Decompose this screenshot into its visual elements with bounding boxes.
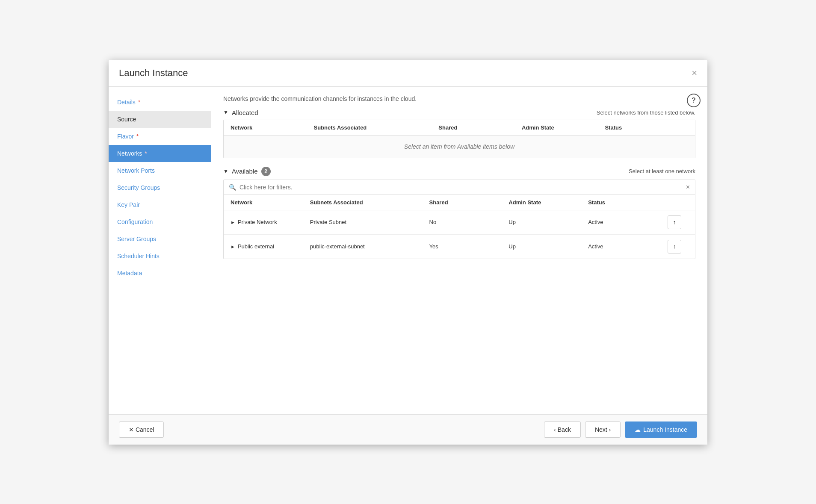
available-col-status: Status: [588, 199, 668, 206]
allocated-title[interactable]: ▼ Allocated: [223, 109, 258, 116]
available-col-subnets: Subnets Associated: [310, 199, 429, 206]
footer-left: ✕ Cancel: [119, 421, 164, 438]
row-expand-chevron-2[interactable]: ►: [231, 244, 235, 249]
sidebar-item-flavor[interactable]: Flavor *: [109, 128, 211, 145]
available-title[interactable]: ▼ Available 2: [223, 167, 271, 176]
available-col-admin-state: Admin State: [509, 199, 588, 206]
table-row: ► Public external public-external-subnet…: [224, 235, 695, 259]
sidebar-item-key-pair[interactable]: Key Pair: [109, 196, 211, 213]
row-shared-1: No: [429, 219, 509, 225]
help-icon[interactable]: ?: [687, 94, 701, 107]
allocated-col-admin-state: Admin State: [522, 124, 605, 131]
back-button[interactable]: ‹ Back: [544, 421, 581, 438]
allocated-table-header: Network Subnets Associated Shared Admin …: [224, 120, 695, 136]
row-admin-state-1: Up: [509, 219, 588, 225]
available-col-shared: Shared: [429, 199, 509, 206]
available-table-header: Network Subnets Associated Shared Admin …: [224, 195, 695, 210]
sidebar-item-metadata[interactable]: Metadata: [109, 265, 211, 282]
modal-title: Launch Instance: [119, 68, 188, 79]
modal-footer: ✕ Cancel ‹ Back Next › ☁Launch Instance: [109, 414, 707, 445]
allocated-table: Network Subnets Associated Shared Admin …: [223, 120, 695, 158]
table-row: ► Private Network Private Subnet No Up A…: [224, 210, 695, 235]
row-shared-2: Yes: [429, 243, 509, 250]
launch-instance-modal: Launch Instance × Details * Source Flavo…: [109, 60, 707, 445]
row-status-1: Active: [588, 219, 668, 225]
row-allocate-button-2[interactable]: ↑: [668, 240, 681, 253]
launch-instance-button[interactable]: ☁Launch Instance: [625, 421, 697, 438]
row-subnets-1: Private Subnet: [310, 219, 429, 225]
row-subnets-2: public-external-subnet: [310, 243, 429, 250]
available-hint: Select at least one network: [629, 168, 695, 174]
row-network-1: ► Private Network: [231, 219, 310, 225]
available-label: Available: [232, 168, 258, 175]
filter-row: 🔍 ×: [224, 180, 695, 195]
row-allocate-button-1[interactable]: ↑: [668, 215, 681, 229]
allocated-empty-row: Select an item from Available items belo…: [224, 136, 695, 158]
available-section-header: ▼ Available 2 Select at least one networ…: [223, 167, 695, 176]
available-chevron: ▼: [223, 168, 228, 174]
sidebar-item-networks[interactable]: Networks *: [109, 145, 211, 162]
available-col-action: [668, 199, 688, 206]
allocated-col-subnets: Subnets Associated: [314, 124, 439, 131]
filter-clear-icon[interactable]: ×: [686, 183, 690, 191]
modal-body: Details * Source Flavor * Networks * Net…: [109, 87, 707, 414]
launch-label: Launch Instance: [643, 426, 687, 433]
sidebar-item-scheduler-hints[interactable]: Scheduler Hints: [109, 248, 211, 265]
allocated-col-status: Status: [605, 124, 688, 131]
launch-icon: ☁: [635, 426, 641, 433]
available-count-badge: 2: [261, 167, 271, 176]
row-admin-state-2: Up: [509, 243, 588, 250]
modal-header: Launch Instance ×: [109, 60, 707, 87]
footer-right: ‹ Back Next › ☁Launch Instance: [544, 421, 697, 438]
next-button[interactable]: Next ›: [585, 421, 621, 438]
sidebar-item-configuration[interactable]: Configuration: [109, 213, 211, 230]
allocated-col-network: Network: [231, 124, 314, 131]
sidebar: Details * Source Flavor * Networks * Net…: [109, 87, 211, 414]
allocated-col-shared: Shared: [438, 124, 522, 131]
main-content: ? Networks provide the communication cha…: [211, 87, 707, 414]
sidebar-item-source[interactable]: Source: [109, 111, 211, 128]
row-network-2: ► Public external: [231, 243, 310, 250]
allocated-chevron: ▼: [223, 109, 228, 115]
available-col-network: Network: [231, 199, 310, 206]
cancel-button[interactable]: ✕ Cancel: [119, 421, 164, 438]
description-text: Networks provide the communication chann…: [223, 95, 695, 102]
allocated-hint: Select networks from those listed below.: [597, 109, 695, 116]
sidebar-item-network-ports[interactable]: Network Ports: [109, 162, 211, 179]
close-button[interactable]: ×: [692, 68, 697, 78]
row-status-2: Active: [588, 243, 668, 250]
row-expand-chevron-1[interactable]: ►: [231, 220, 235, 225]
sidebar-item-security-groups[interactable]: Security Groups: [109, 179, 211, 196]
search-icon: 🔍: [229, 184, 236, 191]
filter-input[interactable]: [239, 184, 683, 191]
allocated-label: Allocated: [232, 109, 258, 116]
sidebar-item-details[interactable]: Details *: [109, 94, 211, 111]
allocated-section-header: ▼ Allocated Select networks from those l…: [223, 109, 695, 116]
available-table: 🔍 × Network Subnets Associated Shared Ad…: [223, 180, 695, 259]
sidebar-item-server-groups[interactable]: Server Groups: [109, 230, 211, 248]
